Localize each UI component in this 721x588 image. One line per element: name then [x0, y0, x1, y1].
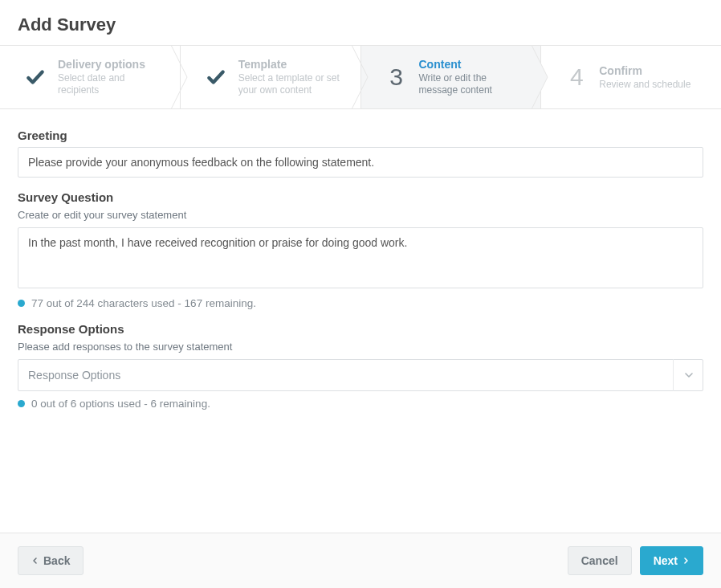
check-icon: [202, 67, 230, 88]
chevron-left-icon: [31, 554, 39, 567]
responses-counter: 0 out of 6 options used - 6 remaining.: [31, 398, 210, 410]
cancel-button-label: Cancel: [581, 554, 618, 567]
question-counter-row: 77 out of 244 characters used - 167 rema…: [18, 297, 703, 309]
survey-question-label: Survey Question: [18, 190, 703, 204]
cancel-button[interactable]: Cancel: [568, 546, 632, 575]
response-options-select-wrap: Response Options: [18, 359, 703, 391]
check-icon: [21, 67, 50, 88]
back-button[interactable]: Back: [18, 546, 84, 575]
group-greeting: Greeting: [18, 129, 703, 178]
wizard-stepper: Delivery options Select date and recipie…: [0, 45, 721, 109]
survey-question-textarea[interactable]: In the past month, I have received recog…: [18, 227, 703, 288]
step-title: Content: [419, 58, 527, 71]
response-options-placeholder: Response Options: [28, 369, 120, 382]
group-survey-question: Survey Question Create or edit your surv…: [18, 190, 703, 309]
step-title: Delivery options: [58, 58, 165, 71]
step-delivery-options[interactable]: Delivery options Select date and recipie…: [0, 46, 181, 108]
dot-icon: [18, 300, 25, 307]
step-text: Confirm Review and schedule: [599, 64, 690, 91]
greeting-input[interactable]: [18, 147, 703, 178]
question-counter: 77 out of 244 characters used - 167 rema…: [31, 297, 256, 309]
step-title: Template: [238, 58, 346, 71]
step-number: 3: [382, 65, 411, 89]
responses-counter-row: 0 out of 6 options used - 6 remaining.: [18, 398, 703, 410]
step-text: Template Select a template or set your o…: [238, 58, 346, 96]
response-options-label: Response Options: [18, 322, 703, 336]
step-subtitle: Review and schedule: [599, 79, 690, 91]
next-button[interactable]: Next: [640, 546, 703, 575]
step-subtitle: Select a template or set your own conten…: [238, 72, 346, 96]
step-number: 4: [562, 65, 591, 89]
step-subtitle: Select date and recipients: [58, 72, 165, 96]
page: Add Survey Delivery options Select date …: [0, 0, 721, 588]
wizard-footer: Back Cancel Next: [0, 533, 721, 588]
response-options-select[interactable]: Response Options: [18, 359, 703, 391]
step-text: Delivery options Select date and recipie…: [58, 58, 165, 96]
group-response-options: Response Options Please add responses to…: [18, 322, 703, 410]
footer-right: Cancel Next: [568, 546, 703, 575]
step-confirm[interactable]: 4 Confirm Review and schedule: [541, 46, 721, 108]
back-button-label: Back: [43, 554, 70, 567]
step-text: Content Write or edit the message conten…: [419, 58, 527, 96]
step-subtitle: Write or edit the message content: [419, 72, 527, 96]
step-title: Confirm: [599, 64, 690, 77]
step-template[interactable]: Template Select a template or set your o…: [181, 46, 361, 108]
page-header: Add Survey: [0, 0, 721, 45]
response-options-help: Please add responses to the survey state…: [18, 341, 703, 353]
step-content[interactable]: 3 Content Write or edit the message cont…: [361, 46, 542, 108]
greeting-label: Greeting: [18, 129, 703, 142]
form-body: Greeting Survey Question Create or edit …: [0, 109, 721, 533]
next-button-label: Next: [654, 554, 678, 567]
survey-question-help: Create or edit your survey statement: [18, 209, 703, 221]
chevron-right-icon: [682, 554, 690, 567]
dot-icon: [18, 400, 25, 407]
page-title: Add Survey: [18, 14, 703, 35]
